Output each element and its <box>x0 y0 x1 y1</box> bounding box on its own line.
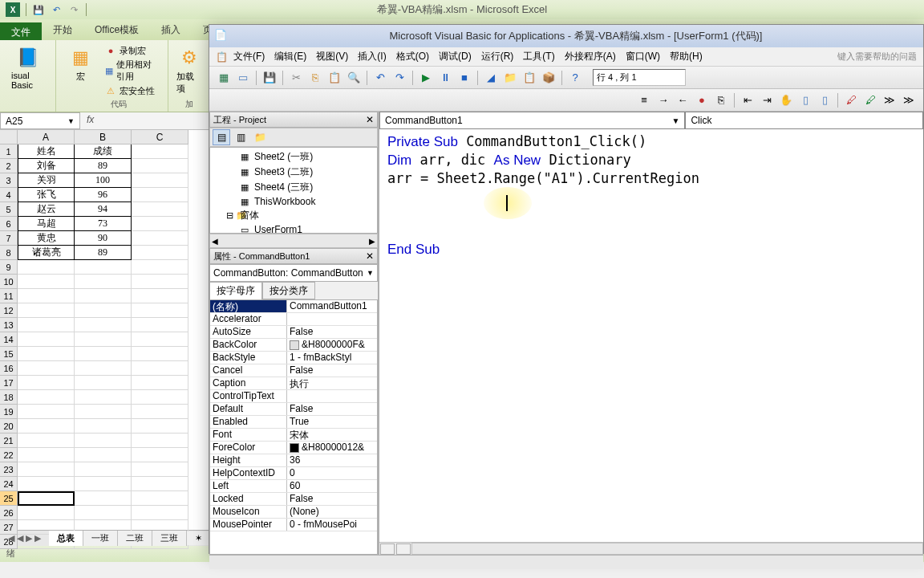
cell[interactable] <box>18 506 75 520</box>
cell[interactable] <box>18 332 75 347</box>
row-header[interactable]: 21 <box>0 434 18 448</box>
breakpoint-icon[interactable]: ● <box>693 92 711 109</box>
insert-item-icon[interactable]: ▭ <box>234 69 252 87</box>
row-header[interactable]: 7 <box>0 231 18 246</box>
property-row[interactable]: DefaultFalse <box>210 403 377 416</box>
cell[interactable] <box>75 318 132 332</box>
tab-file[interactable]: 文件 <box>0 22 42 40</box>
prop-value[interactable] <box>287 390 377 402</box>
cell[interactable] <box>18 390 75 405</box>
col-header[interactable]: A <box>18 130 75 144</box>
project-explorer-icon[interactable]: 📁 <box>501 69 519 87</box>
property-row[interactable]: MouseIcon(None) <box>210 506 377 519</box>
fx-icon[interactable]: fx <box>80 112 100 129</box>
row-header[interactable]: 10 <box>0 275 18 289</box>
cell[interactable]: 刘备 <box>18 159 75 173</box>
property-row[interactable]: Left60 <box>210 480 377 493</box>
bookmark-icon[interactable]: ▯ <box>796 92 814 109</box>
tree-item[interactable]: ▭UserForm1 <box>212 223 375 234</box>
macro-security-button[interactable]: ⚠宏安全性 <box>101 83 161 98</box>
property-row[interactable]: Accelerator <box>210 313 377 326</box>
cell[interactable] <box>75 390 132 405</box>
undo-icon[interactable]: ↶ <box>50 3 63 16</box>
row-header[interactable]: 12 <box>0 303 18 318</box>
sheet-tab[interactable]: 一班 <box>83 531 118 546</box>
cell[interactable] <box>132 477 188 491</box>
cell[interactable]: 张飞 <box>18 188 75 202</box>
cell[interactable] <box>132 188 188 202</box>
vba-menu-item[interactable]: 文件(F) <box>229 49 270 63</box>
prop-value[interactable] <box>287 313 377 325</box>
cell[interactable] <box>75 303 132 318</box>
prop-value[interactable]: False <box>287 326 377 338</box>
find-icon[interactable]: 🔍 <box>345 69 363 87</box>
cell[interactable] <box>18 303 75 318</box>
row-header[interactable]: 2 <box>0 159 18 173</box>
property-row[interactable]: ControlTipText <box>210 390 377 403</box>
row-header[interactable]: 17 <box>0 376 18 390</box>
cell[interactable] <box>132 246 188 260</box>
tree-item[interactable]: ▦Sheet3 (二班) <box>212 165 375 180</box>
prop-value[interactable]: &H8000000F& <box>287 339 377 351</box>
cell[interactable]: 马超 <box>18 217 75 231</box>
visual-basic-button[interactable]: 📘 isual Basic <box>6 43 49 92</box>
cell[interactable] <box>132 260 188 275</box>
cell[interactable]: 90 <box>75 231 132 246</box>
paste-icon[interactable]: 📋 <box>326 69 343 87</box>
view-excel-icon[interactable]: ▦ <box>215 69 233 87</box>
cell[interactable]: 96 <box>75 188 132 202</box>
vba-menu-item[interactable]: 工具(T) <box>518 49 559 63</box>
vba-menu-item[interactable]: 视图(V) <box>311 49 353 63</box>
cell[interactable] <box>18 347 75 361</box>
vba-system-icon[interactable]: 📋 <box>216 51 229 63</box>
prop-value[interactable]: (None) <box>287 506 377 518</box>
prop-value[interactable]: False <box>287 403 377 415</box>
vba-menu-item[interactable]: 编辑(E) <box>270 49 311 63</box>
cell[interactable] <box>132 318 188 332</box>
cell[interactable] <box>18 491 75 506</box>
view-object-icon[interactable]: ▥ <box>232 129 249 145</box>
cell[interactable] <box>132 289 188 303</box>
cell[interactable] <box>75 491 132 506</box>
close-icon[interactable]: ✕ <box>366 250 374 262</box>
cell[interactable]: 诸葛亮 <box>18 246 75 260</box>
row-header[interactable]: 26 <box>0 506 18 520</box>
row-header[interactable]: 9 <box>0 260 18 275</box>
cell[interactable] <box>132 202 188 217</box>
cell[interactable] <box>75 376 132 390</box>
cell[interactable]: 黄忠 <box>18 231 75 246</box>
cell[interactable] <box>18 376 75 390</box>
cell[interactable]: 89 <box>75 246 132 260</box>
prop-value[interactable]: 36 <box>287 454 377 466</box>
row-header[interactable]: 20 <box>0 419 18 434</box>
row-header[interactable]: 4 <box>0 188 18 202</box>
vba-menu-item[interactable]: 窗口(W) <box>621 49 665 63</box>
pause-icon[interactable]: ⏸ <box>436 69 454 87</box>
cell[interactable] <box>75 434 132 448</box>
cell[interactable] <box>18 462 75 477</box>
cell[interactable] <box>18 318 75 332</box>
cell[interactable] <box>75 506 132 520</box>
cell[interactable] <box>132 405 188 419</box>
relative-ref-button[interactable]: ▦使用相对引用 <box>101 58 161 83</box>
cell[interactable] <box>132 144 188 159</box>
tab-right-icon[interactable]: ⇥ <box>758 92 776 109</box>
cell[interactable] <box>132 303 188 318</box>
property-row[interactable]: EnabledTrue <box>210 416 377 429</box>
sheet-tab[interactable]: 总表 <box>49 531 83 546</box>
cell[interactable] <box>132 390 188 405</box>
tab-left-icon[interactable]: ⇤ <box>739 92 756 109</box>
cell[interactable] <box>132 231 188 246</box>
chevron-down-icon[interactable]: ▼ <box>67 117 75 125</box>
row-header[interactable]: 24 <box>0 477 18 491</box>
cell[interactable] <box>18 448 75 462</box>
prop-value[interactable]: &H80000012& <box>287 442 377 454</box>
cell[interactable] <box>132 173 188 188</box>
row-header[interactable]: 15 <box>0 347 18 361</box>
prop-value[interactable]: 宋体 <box>287 429 377 441</box>
vba-menu-item[interactable]: 运行(R) <box>476 49 519 63</box>
hand-icon[interactable]: ✋ <box>777 92 795 109</box>
cell[interactable] <box>75 361 132 376</box>
cell[interactable] <box>75 448 132 462</box>
cell[interactable]: 100 <box>75 173 132 188</box>
